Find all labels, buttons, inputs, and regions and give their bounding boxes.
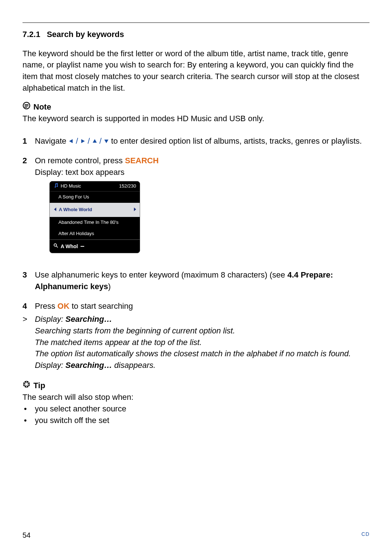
result-l2: Searching starts from the beginning of c…: [35, 326, 235, 335]
svg-marker-6: [93, 139, 97, 143]
list-item: After All Holidays: [50, 228, 140, 239]
selected-label: A Whole World: [59, 206, 92, 213]
steps-list: 1 Navigate / / / to enter desired option…: [23, 135, 369, 313]
search-typed: A Whol: [61, 243, 78, 250]
device-header: HD Music 152/230: [50, 181, 140, 192]
device-counter: 152/230: [119, 183, 136, 190]
step1-tail: to enter desired option list of albums, …: [109, 136, 362, 145]
svg-marker-8: [54, 208, 56, 211]
step3-close: ): [108, 282, 111, 291]
result-l1b: Searching…: [65, 315, 112, 324]
step1-head: Navigate: [35, 136, 69, 145]
step-2: 2 On remote control, press SEARCH Displa…: [23, 155, 369, 261]
search-key-label: SEARCH: [125, 156, 159, 165]
step4-b: to start searching: [69, 301, 133, 311]
top-rule: [23, 22, 369, 23]
chevron-left-icon: [54, 206, 57, 213]
nav-left-icon: [69, 136, 74, 145]
tip-label: Tip: [33, 380, 45, 391]
note-callout: Note: [23, 101, 369, 113]
chevron-right-icon: [134, 206, 136, 213]
ok-key-label: OK: [57, 301, 69, 311]
note-label: Note: [33, 101, 51, 113]
svg-marker-7: [104, 140, 108, 143]
tip-bullet-1: you select another source: [23, 403, 369, 415]
tip-bullet-2: you switch off the set: [23, 415, 369, 426]
music-note-icon: [53, 183, 58, 190]
nav-right-icon: [80, 136, 85, 145]
device-screenshot: HD Music 152/230 A Song For Us A Whole W…: [49, 181, 140, 254]
svg-point-10: [54, 244, 57, 246]
device-search-row: A Whol: [50, 239, 140, 253]
device-title: HD Music: [61, 183, 81, 190]
result-block: > Display: Searching… Searching starts f…: [23, 313, 369, 371]
section-title: Search by keywords: [47, 30, 124, 39]
svg-marker-4: [69, 139, 73, 143]
result-l5c: disappears.: [112, 361, 156, 370]
note-text: The keyword search is supported in modes…: [23, 113, 369, 124]
text-cursor: [81, 246, 84, 247]
result-l5b: Searching…: [65, 361, 112, 370]
svg-marker-5: [81, 139, 85, 143]
note-icon: [23, 101, 30, 113]
tip-icon: [23, 380, 30, 391]
result-l1a: Display:: [35, 315, 65, 324]
result-l5a: Display:: [35, 361, 65, 370]
step-1: 1 Navigate / / / to enter desired option…: [23, 135, 369, 147]
step4-a: Press: [35, 301, 57, 311]
tip-lead: The search will also stop when:: [23, 391, 369, 403]
tip-bullets: you select another source you switch off…: [23, 403, 369, 426]
step-4: 4 Press OK to start searching: [23, 300, 369, 312]
step-3: 3 Use alphanumeric keys to enter keyword…: [23, 269, 369, 292]
section-heading: 7.2.1Search by keywords: [23, 29, 369, 40]
tip-block: Tip The search will also stop when: you …: [23, 380, 369, 426]
result-l4: The option list automatically shows the …: [35, 349, 351, 358]
list-item: A Song For Us: [50, 192, 140, 203]
page-number: 54: [23, 531, 30, 539]
svg-marker-9: [134, 208, 136, 211]
nav-up-icon: [92, 136, 97, 145]
result-l3: The matched items appear at the top of t…: [35, 338, 202, 347]
list-item-selected: A Whole World: [50, 203, 140, 217]
device-list: A Song For Us A Whole World Abandoned Ti…: [50, 192, 140, 239]
step2-b: Display: text box appears: [35, 168, 124, 177]
list-item: Abandoned Time In The 80's: [50, 217, 140, 228]
page-footer: 54 CD: [23, 524, 369, 539]
nav-down-icon: [104, 136, 109, 145]
section-number: 7.2.1: [23, 29, 40, 40]
tip-callout: Tip: [23, 380, 369, 391]
step2-a: On remote control, press: [35, 156, 125, 165]
step3-a: Use alphanumeric keys to enter keyword (…: [35, 270, 287, 279]
intro-paragraph: The keyword should be the first letter o…: [23, 48, 369, 94]
svg-line-11: [56, 246, 58, 247]
footer-section-ref: CD: [362, 531, 369, 539]
magnifier-icon: [53, 243, 58, 250]
